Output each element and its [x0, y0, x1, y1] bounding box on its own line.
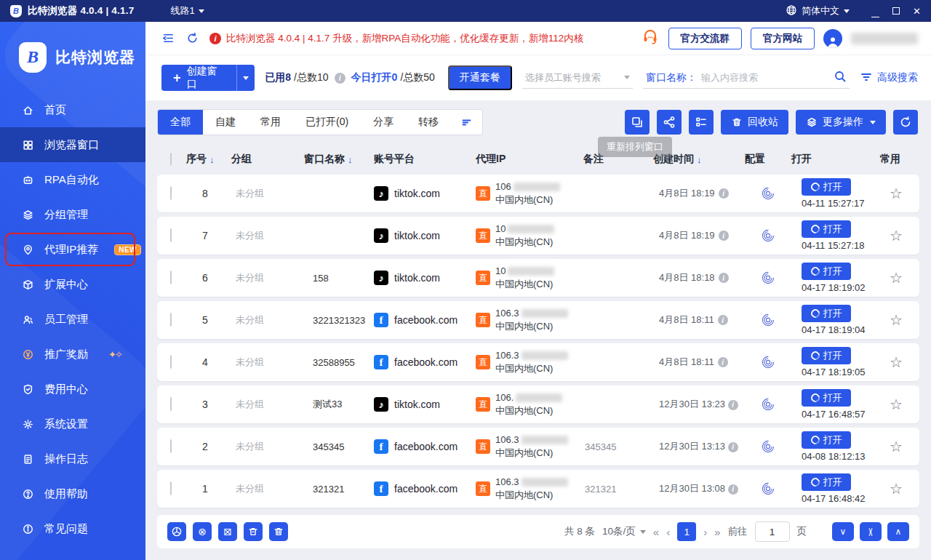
open-button[interactable]: 打开 [802, 305, 851, 322]
row-checkbox[interactable] [170, 439, 172, 453]
info-icon[interactable]: i [728, 400, 738, 410]
row-checkbox[interactable] [170, 355, 172, 369]
favorite-star-icon[interactable]: ☆ [880, 397, 912, 412]
clear-cache-button[interactable] [244, 522, 263, 541]
fingerprint-config[interactable] [745, 397, 791, 412]
fingerprint-config[interactable] [745, 228, 791, 243]
website-button[interactable]: 官方网站 [751, 28, 815, 49]
sidebar-item-faq[interactable]: 常见问题 [0, 511, 145, 546]
sidebar-item-billing[interactable]: 费用中心 [0, 372, 145, 407]
support-headset-icon[interactable] [641, 28, 660, 49]
info-icon[interactable]: i [728, 484, 738, 495]
refresh-list-button[interactable] [893, 110, 918, 135]
collapse-all-button[interactable]: ∨∧ [860, 522, 882, 541]
recycle-bin-button[interactable]: 回收站 [721, 110, 788, 135]
language-selector[interactable]: 简体中文 [786, 4, 850, 18]
sidebar-item-groups[interactable]: 分组管理 [0, 197, 145, 232]
info-icon[interactable]: i [719, 273, 729, 283]
favorite-star-icon[interactable]: ☆ [880, 186, 912, 201]
row-checkbox[interactable] [170, 397, 172, 411]
favorite-star-icon[interactable]: ☆ [880, 481, 912, 496]
create-window-dropdown[interactable] [237, 65, 255, 91]
open-button[interactable]: 打开 [802, 347, 851, 364]
open-button[interactable]: 打开 [802, 389, 851, 407]
fingerprint-config[interactable] [745, 439, 791, 454]
close-windows-button[interactable]: ⊗ [193, 522, 212, 541]
page-size-select[interactable]: 10条/页 [602, 525, 646, 538]
sidebar-item-browser-windows[interactable]: 浏览器窗口 [0, 127, 145, 162]
create-window-button[interactable]: + 创建窗口 [161, 65, 255, 91]
info-icon[interactable]: i [335, 73, 345, 84]
refresh-icon[interactable] [185, 31, 199, 45]
open-button[interactable]: 打开 [802, 431, 851, 449]
close-button[interactable]: ✕ [913, 6, 921, 17]
tab-5[interactable]: 转移 [406, 110, 451, 135]
sidebar-item-extensions[interactable]: 扩展中心 [0, 267, 145, 302]
close-page-button[interactable]: ⊠ [218, 522, 237, 541]
row-checkbox[interactable] [170, 186, 172, 200]
open-button[interactable]: 打开 [802, 263, 851, 280]
collapse-menu-icon[interactable] [161, 31, 175, 45]
fingerprint-config[interactable] [745, 313, 791, 327]
fingerprint-config[interactable] [745, 481, 791, 496]
delete-button[interactable] [269, 522, 288, 541]
info-icon[interactable]: i [719, 188, 729, 199]
tab-2[interactable]: 常用 [248, 110, 293, 135]
open-plan-button[interactable]: 开通套餐 [448, 65, 512, 90]
fingerprint-config[interactable] [745, 186, 791, 201]
column-header[interactable]: 序号↓ [186, 153, 231, 166]
tab-3[interactable]: 已打开(0) [293, 110, 361, 135]
avatar[interactable] [823, 29, 842, 48]
batch-list-button[interactable] [689, 110, 714, 135]
row-checkbox[interactable] [170, 228, 172, 242]
first-page-button[interactable]: « [653, 526, 659, 538]
scroll-up-button[interactable]: ∧ [887, 522, 909, 541]
sidebar-item-rewards[interactable]: 推广奖励 ✦✧ [0, 337, 145, 372]
favorite-star-icon[interactable]: ☆ [880, 271, 912, 285]
info-icon[interactable]: i [728, 442, 738, 452]
select-all-checkbox[interactable] [170, 153, 172, 166]
sidebar-item-help[interactable]: 使用帮助 [0, 476, 145, 511]
prev-page-button[interactable]: ‹ [666, 526, 670, 538]
row-checkbox[interactable] [170, 481, 172, 495]
sidebar-item-employees[interactable]: 员工管理 [0, 302, 145, 337]
info-icon[interactable]: i [718, 315, 728, 325]
favorite-star-icon[interactable]: ☆ [880, 355, 912, 369]
column-header[interactable]: 创建时间↓ [653, 153, 745, 166]
fingerprint-config[interactable] [745, 355, 791, 369]
sidebar-item-rpa[interactable]: RPA自动化 [0, 162, 145, 197]
rearrange-windows-button[interactable] [625, 110, 650, 135]
favorite-star-icon[interactable]: ☆ [880, 228, 912, 243]
favorite-star-icon[interactable]: ☆ [880, 439, 912, 454]
sort-icon[interactable] [451, 110, 482, 135]
tab-0[interactable]: 全部 [158, 110, 203, 135]
sidebar-item-settings[interactable]: 系统设置 [0, 407, 145, 441]
line-selector[interactable]: 线路1 [170, 4, 204, 17]
share-button[interactable] [657, 110, 682, 135]
open-button[interactable]: 打开 [802, 473, 851, 491]
advanced-search-link[interactable]: 高级搜索 [860, 71, 918, 86]
favorite-star-icon[interactable]: ☆ [880, 313, 912, 327]
row-checkbox[interactable] [170, 271, 172, 284]
tab-1[interactable]: 自建 [203, 110, 248, 135]
info-icon[interactable]: i [719, 231, 729, 241]
open-button[interactable]: 打开 [802, 178, 851, 196]
fingerprint-config[interactable] [745, 271, 791, 285]
current-page[interactable]: 1 [677, 522, 696, 541]
search-icon[interactable] [834, 70, 847, 86]
open-button[interactable]: 打开 [802, 220, 851, 238]
more-actions-button[interactable]: 更多操作 [796, 110, 886, 135]
info-icon[interactable]: i [718, 357, 728, 367]
column-header[interactable]: 窗口名称↓ [304, 153, 374, 166]
search-input[interactable] [701, 72, 829, 83]
sidebar-item-logs[interactable]: 操作日志 [0, 441, 145, 476]
employee-select[interactable]: 选择员工账号搜索 [522, 67, 633, 89]
sidebar-item-proxy-ip[interactable]: 代理IP推荐 NEW [0, 232, 145, 267]
goto-page-input[interactable] [755, 521, 790, 542]
clear-fingerprint-button[interactable] [167, 522, 186, 541]
next-page-button[interactable]: › [703, 526, 707, 538]
minimize-button[interactable] [871, 6, 879, 17]
sidebar-item-home[interactable]: 首页 [0, 92, 145, 127]
maximize-button[interactable] [892, 6, 900, 17]
tab-4[interactable]: 分享 [361, 110, 406, 135]
